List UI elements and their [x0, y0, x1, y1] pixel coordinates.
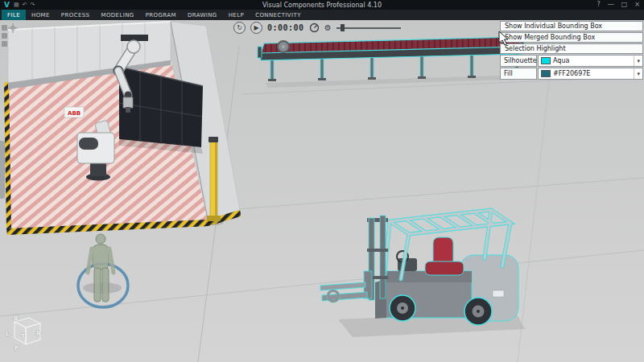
3d-viewport[interactable]: ABB: [0, 20, 644, 362]
view-cube-right[interactable]: R: [36, 331, 40, 337]
front-wheel: [390, 295, 415, 321]
app-logo-icon[interactable]: V: [4, 0, 10, 10]
fill-color-dropdown[interactable]: #FF20697E ▾: [538, 68, 643, 80]
chevron-down-icon[interactable]: ▾: [634, 68, 640, 79]
selection-options-panel: Show Individual Bounding Box Show Merged…: [500, 21, 643, 80]
play-button[interactable]: ▶: [250, 22, 262, 34]
view-cube[interactable]: B L T R F: [5, 312, 47, 357]
tab-program[interactable]: PROGRAM: [140, 10, 182, 20]
fill-color-swatch: [541, 70, 551, 77]
rear-wheel: [464, 298, 492, 325]
view-cube-left[interactable]: L: [6, 331, 9, 337]
side-panel-icon[interactable]: [2, 41, 7, 47]
tab-process[interactable]: PROCESS: [56, 10, 96, 20]
show-individual-bounding-box-button[interactable]: Show Individual Bounding Box: [500, 21, 643, 31]
show-merged-bounding-box-button[interactable]: Show Merged Bounding Box: [500, 32, 643, 43]
side-panel-icon[interactable]: [2, 33, 7, 39]
silhouette-color-dropdown[interactable]: Aqua ▾: [538, 55, 643, 67]
tab-drawing[interactable]: DRAWING: [182, 10, 223, 20]
side-panel-icon[interactable]: [2, 25, 7, 31]
origin-marker-icon: [8, 23, 18, 33]
tab-home[interactable]: HOME: [26, 10, 56, 20]
close-icon[interactable]: ×: [634, 0, 640, 10]
silhouette-color-value: Aqua: [553, 57, 569, 64]
title-bar: V ▤ ↶ ↷ Visual Components Professional 4…: [0, 0, 644, 10]
view-cube-front[interactable]: F: [14, 345, 19, 352]
undo-icon[interactable]: ↶: [23, 0, 27, 10]
playback-bar: ↻ ▶ 0:00:00 ⚙: [233, 21, 401, 35]
settings-gear-icon[interactable]: ⚙: [324, 22, 332, 34]
slider-track: [336, 27, 401, 29]
conveyor-endcap: [258, 47, 262, 58]
abb-logo-text: ABB: [68, 110, 80, 117]
mouse-cursor: [498, 31, 510, 46]
tab-file[interactable]: FILE: [2, 10, 26, 20]
view-cube-back[interactable]: B: [14, 315, 18, 322]
tab-modeling[interactable]: MODELING: [95, 10, 139, 20]
reset-simulation-button[interactable]: ↻: [233, 22, 246, 34]
simulation-speed-slider[interactable]: [336, 23, 401, 32]
save-icon[interactable]: ▤: [14, 0, 19, 10]
app-window: V ▤ ↶ ↷ Visual Components Professional 4…: [0, 0, 644, 362]
help-icon[interactable]: ?: [597, 0, 600, 10]
silhouette-color-swatch: [541, 57, 551, 64]
simulation-time: 0:00:00: [267, 23, 304, 32]
tab-help[interactable]: HELP: [223, 10, 250, 20]
part-on-belt[interactable]: [278, 41, 289, 52]
silhouette-label: Silhouette: [500, 55, 537, 67]
selection-highlight-button[interactable]: Selection Highlight: [500, 43, 643, 54]
collapsed-panel-tab[interactable]: [0, 141, 5, 199]
robot-cell[interactable]: ABB: [4, 22, 241, 235]
speed-gauge-icon[interactable]: [309, 23, 320, 33]
window-title: Visual Components Professional 4.10: [0, 2, 644, 9]
abb-sign: ABB: [64, 107, 84, 117]
minimize-icon[interactable]: —: [608, 0, 614, 10]
fill-label: Fill: [500, 68, 537, 80]
view-cube-top[interactable]: T: [21, 333, 25, 339]
redo-icon[interactable]: ↷: [30, 0, 35, 10]
slider-handle[interactable]: [341, 24, 345, 31]
fill-color-value: #FF20697E: [553, 70, 590, 77]
tab-connectivity[interactable]: CONNECTIVITY: [250, 10, 307, 20]
chevron-down-icon[interactable]: ▾: [634, 56, 640, 66]
rear-sticker: [493, 290, 504, 297]
ribbon-tab-bar: FILE HOME PROCESS MODELING PROGRAM DRAWI…: [0, 10, 644, 20]
maximize-icon[interactable]: □: [621, 0, 628, 10]
